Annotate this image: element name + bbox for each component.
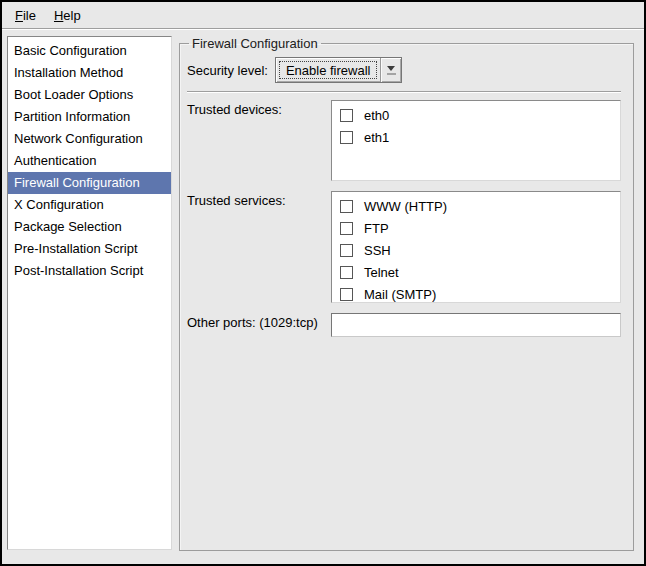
- service-label: Telnet: [364, 265, 399, 280]
- trusted-devices-row: Trusted devices: eth0 eth1: [187, 100, 621, 181]
- trusted-devices-list: eth0 eth1: [331, 100, 621, 181]
- other-ports-input[interactable]: [331, 313, 621, 337]
- security-level-row: Security level: Enable firewall: [187, 57, 621, 83]
- trusted-services-label: Trusted services:: [187, 191, 331, 303]
- device-row-eth1[interactable]: eth1: [332, 126, 620, 148]
- kickstart-configurator-window: File Help Basic Configuration Installati…: [0, 0, 646, 566]
- menu-bar: File Help: [2, 2, 644, 28]
- checkbox-telnet[interactable]: [340, 266, 353, 279]
- sidebar-item-x-configuration[interactable]: X Configuration: [8, 194, 171, 216]
- trusted-services-list: WWW (HTTP) FTP SSH Telnet: [331, 191, 621, 303]
- checkbox-eth1[interactable]: [340, 131, 353, 144]
- dropdown-arrow-icon: [380, 58, 401, 82]
- security-level-select[interactable]: Enable firewall: [275, 57, 403, 83]
- security-level-label: Security level:: [187, 63, 268, 78]
- sidebar-item-authentication[interactable]: Authentication: [8, 150, 171, 172]
- sidebar-item-partition-information[interactable]: Partition Information: [8, 106, 171, 128]
- sidebar-item-package-selection[interactable]: Package Selection: [8, 216, 171, 238]
- checkbox-eth0[interactable]: [340, 109, 353, 122]
- service-row-ftp[interactable]: FTP: [332, 217, 620, 239]
- section-separator: [187, 91, 621, 93]
- checkbox-ftp[interactable]: [340, 222, 353, 235]
- service-row-ssh[interactable]: SSH: [332, 239, 620, 261]
- checkbox-mail-smtp[interactable]: [340, 288, 353, 301]
- device-label: eth0: [364, 108, 389, 123]
- trusted-devices-label: Trusted devices:: [187, 100, 331, 181]
- device-row-eth0[interactable]: eth0: [332, 104, 620, 126]
- sidebar-item-installation-method[interactable]: Installation Method: [8, 62, 171, 84]
- sidebar-item-network-configuration[interactable]: Network Configuration: [8, 128, 171, 150]
- file-menu[interactable]: File: [6, 5, 45, 26]
- main-area: Basic Configuration Installation Method …: [2, 30, 644, 551]
- sidebar-item-post-installation-script[interactable]: Post-Installation Script: [8, 260, 171, 282]
- service-label: Mail (SMTP): [364, 287, 436, 302]
- config-sections-list: Basic Configuration Installation Method …: [7, 36, 172, 550]
- sidebar-item-boot-loader-options[interactable]: Boot Loader Options: [8, 84, 171, 106]
- trusted-services-row: Trusted services: WWW (HTTP) FTP SSH: [187, 191, 621, 303]
- checkbox-ssh[interactable]: [340, 244, 353, 257]
- service-label: FTP: [364, 221, 389, 236]
- service-label: SSH: [364, 243, 391, 258]
- service-row-www-http[interactable]: WWW (HTTP): [332, 195, 620, 217]
- sidebar-item-basic-configuration[interactable]: Basic Configuration: [8, 40, 171, 62]
- firewall-configuration-frame: Firewall Configuration Security level: E…: [179, 36, 634, 551]
- frame-title: Firewall Configuration: [189, 36, 321, 51]
- sidebar-item-pre-installation-script[interactable]: Pre-Installation Script: [8, 238, 171, 260]
- service-row-telnet[interactable]: Telnet: [332, 261, 620, 283]
- security-level-value: Enable firewall: [279, 61, 378, 79]
- checkbox-www-http[interactable]: [340, 200, 353, 213]
- service-label: WWW (HTTP): [364, 199, 447, 214]
- device-label: eth1: [364, 130, 389, 145]
- other-ports-label: Other ports: (1029:tcp): [187, 313, 331, 337]
- sidebar-item-firewall-configuration[interactable]: Firewall Configuration: [8, 172, 171, 194]
- other-ports-row: Other ports: (1029:tcp): [187, 313, 621, 337]
- service-row-mail-smtp[interactable]: Mail (SMTP): [332, 283, 620, 303]
- help-menu[interactable]: Help: [45, 5, 90, 26]
